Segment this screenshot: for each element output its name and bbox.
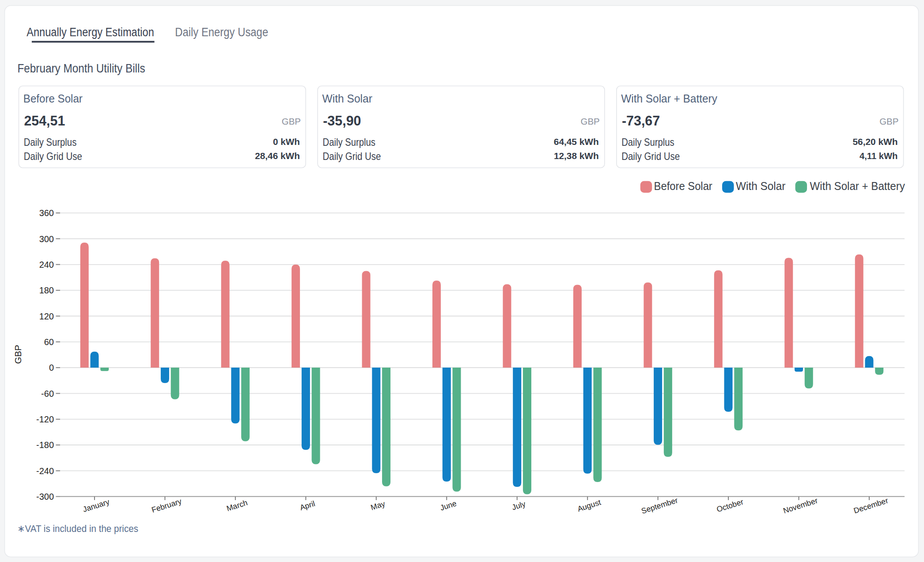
svg-text:Daily Surplus: Daily Surplus — [621, 136, 674, 148]
svg-text:Daily Grid Use: Daily Grid Use — [621, 150, 680, 162]
svg-text:360: 360 — [39, 208, 54, 218]
svg-text:-60: -60 — [41, 389, 54, 399]
svg-text:Before Solar: Before Solar — [654, 180, 712, 192]
svg-text:4,11 kWh: 4,11 kWh — [860, 151, 897, 161]
svg-text:120: 120 — [39, 311, 54, 321]
svg-text:∗VAT is included in the prices: ∗VAT is included in the prices — [17, 523, 138, 534]
svg-text:240: 240 — [39, 260, 54, 270]
svg-text:With Solar + Battery: With Solar + Battery — [810, 180, 905, 192]
svg-text:-240: -240 — [36, 466, 54, 476]
svg-text:-35,90: -35,90 — [323, 113, 361, 129]
svg-text:Annually Energy Estimation: Annually Energy Estimation — [27, 26, 154, 39]
svg-text:Before Solar: Before Solar — [23, 92, 83, 105]
svg-text:Daily Energy Usage: Daily Energy Usage — [175, 26, 268, 39]
svg-text:GBP: GBP — [879, 116, 898, 126]
svg-text:12,38 kWh: 12,38 kWh — [554, 151, 599, 161]
svg-text:With Solar + Battery: With Solar + Battery — [621, 92, 717, 105]
svg-text:180: 180 — [39, 285, 54, 295]
svg-text:0: 0 — [49, 363, 54, 372]
svg-text:Daily Surplus: Daily Surplus — [24, 136, 77, 148]
svg-text:With Solar: With Solar — [322, 92, 372, 105]
svg-text:-300: -300 — [36, 492, 54, 501]
svg-text:-180: -180 — [36, 440, 54, 450]
svg-text:60: 60 — [44, 337, 54, 347]
svg-text:Daily Grid Use: Daily Grid Use — [323, 150, 381, 162]
svg-text:With Solar: With Solar — [736, 180, 785, 192]
svg-text:GBP: GBP — [282, 116, 301, 126]
svg-text:28,46 kWh: 28,46 kWh — [255, 151, 300, 161]
svg-text:56,20 kWh: 56,20 kWh — [853, 137, 898, 147]
svg-text:GBP: GBP — [13, 345, 23, 364]
svg-text:-120: -120 — [36, 414, 54, 424]
svg-text:64,45 kWh: 64,45 kWh — [554, 137, 599, 147]
svg-text:Daily Grid Use: Daily Grid Use — [24, 150, 82, 162]
svg-text:GBP: GBP — [581, 116, 600, 126]
svg-text:300: 300 — [39, 234, 54, 244]
svg-text:-73,67: -73,67 — [622, 113, 660, 129]
svg-text:0 kWh: 0 kWh — [273, 137, 300, 147]
svg-text:254,51: 254,51 — [24, 113, 65, 129]
svg-text:February Month Utility Bills: February Month Utility Bills — [17, 61, 145, 75]
svg-text:Daily Surplus: Daily Surplus — [323, 136, 376, 148]
